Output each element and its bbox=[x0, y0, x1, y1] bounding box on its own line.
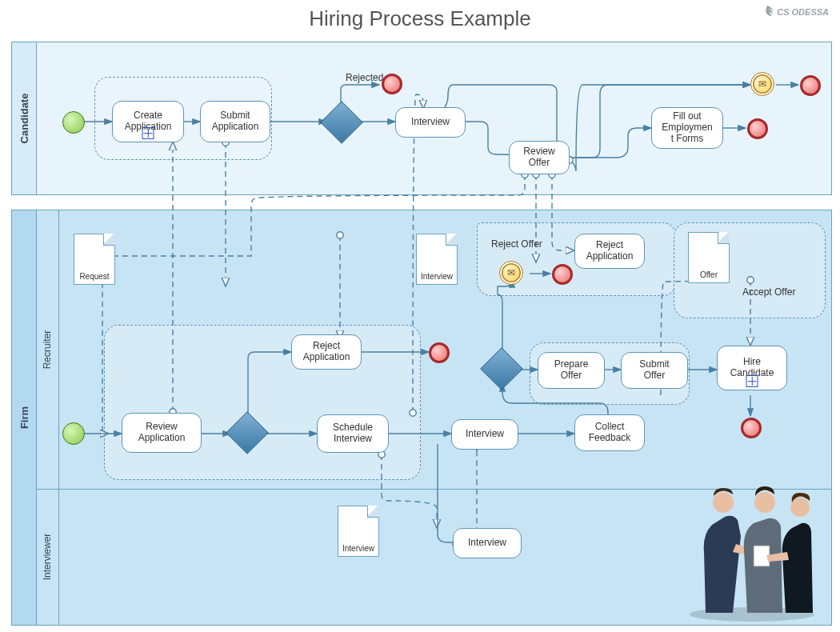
subprocess-marker-icon bbox=[142, 127, 154, 139]
svg-point-2 bbox=[713, 492, 734, 513]
task-fill-employment-forms: Fill out Employmen t Forms bbox=[651, 107, 723, 149]
label-rejected: Rejected bbox=[346, 72, 383, 83]
task-reject-application-recruiter: Reject Application bbox=[291, 334, 362, 370]
group-recruiter-process bbox=[104, 325, 421, 480]
task-prepare-offer: Prepare Offer bbox=[538, 352, 605, 389]
diagram-canvas: Hiring Process Example CS ODESSA Candida… bbox=[0, 0, 840, 632]
intermediate-message-event-candidate: ✉ bbox=[750, 72, 774, 96]
task-review-offer: Review Offer bbox=[509, 141, 570, 174]
illustration-business-people bbox=[680, 456, 824, 624]
task-candidate-interview: Interview bbox=[395, 107, 466, 138]
end-event-candidate-final bbox=[800, 75, 821, 96]
pool-header-firm: Firm bbox=[12, 210, 37, 625]
lane-header-interviewer: Interviewer bbox=[36, 489, 59, 625]
intermediate-message-event-reject-offer: ✉ bbox=[499, 261, 523, 285]
start-event-candidate bbox=[62, 111, 85, 134]
task-collect-feedback: Collect Feedback bbox=[574, 414, 645, 451]
end-event-rejected bbox=[382, 74, 402, 94]
label-reject-offer: Reject Offer bbox=[491, 238, 542, 250]
end-event-reject-offer bbox=[552, 264, 573, 285]
label-accept-offer: Accept Offer bbox=[742, 286, 795, 298]
svg-point-3 bbox=[754, 492, 775, 513]
subprocess-marker-icon bbox=[746, 375, 758, 387]
task-submit-application: Submit Application bbox=[200, 101, 270, 142]
end-event-reject-application bbox=[429, 342, 450, 363]
task-recruiter-interview: Interview bbox=[451, 419, 518, 450]
task-hire-candidate: Hire Candidate bbox=[717, 346, 787, 390]
task-create-application: Create Application bbox=[112, 101, 184, 142]
document-request: Request bbox=[74, 234, 115, 285]
task-review-application: Review Application bbox=[122, 413, 202, 453]
task-submit-offer: Submit Offer bbox=[621, 352, 688, 389]
end-event-hire bbox=[741, 418, 762, 438]
svg-point-5 bbox=[790, 498, 810, 517]
lane-header-recruiter: Recruiter bbox=[36, 210, 59, 489]
document-interview-1: Interview bbox=[416, 234, 458, 285]
end-event-forms bbox=[747, 118, 768, 139]
document-offer: Offer bbox=[688, 232, 730, 283]
task-reject-application-top: Reject Application bbox=[574, 234, 645, 269]
start-event-recruiter bbox=[62, 422, 85, 445]
diagram-title: Hiring Process Example bbox=[0, 6, 840, 31]
pool-header-candidate: Candidate bbox=[12, 42, 37, 194]
document-interview-2: Interview bbox=[338, 506, 379, 557]
logo-cs-odessa: CS ODESSA bbox=[759, 5, 829, 21]
task-interviewer-interview: Interview bbox=[453, 528, 522, 558]
task-schedule-interview: Schedule Interview bbox=[317, 414, 389, 453]
